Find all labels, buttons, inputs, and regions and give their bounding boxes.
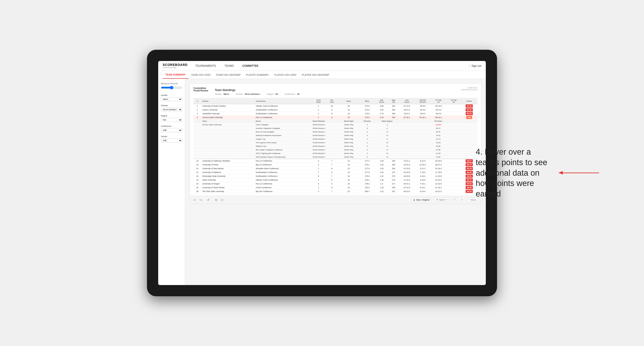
nav-tournaments[interactable]: TOURNAMENTS — [194, 64, 217, 67]
settings-icon[interactable]: ⊙ — [221, 198, 224, 202]
filter-division-value: NCAA Division I — [245, 93, 260, 95]
nav-committee[interactable]: COMMITTEE — [242, 64, 260, 67]
arrow-line — [559, 173, 599, 173]
nav-items: TOURNAMENTS TEAMS COMMITTEE — [194, 64, 469, 67]
col-vs-top50: Vs Top50 — [446, 98, 461, 104]
subnav-player-h2h-grid[interactable]: PLAYER H2H GRID — [272, 71, 299, 79]
cell-points[interactable]: 93.31 — [461, 108, 478, 112]
cell-conf-rank: 1 — [312, 108, 325, 112]
cell-conference: Atlantic Coast Conference — [255, 104, 312, 108]
nav-teams[interactable]: TEAMS — [224, 64, 235, 67]
filter-division: Division: NCAA Division I — [236, 93, 260, 95]
gender-select[interactable]: Men's Women's — [161, 97, 182, 101]
cell-vs-top25: 50-10-0 — [430, 104, 446, 108]
redo-icon[interactable]: ↪ — [200, 198, 202, 202]
conference-select[interactable]: (All) — [161, 128, 182, 132]
table-row: 22 Mississippi State University Southeas… — [194, 174, 478, 178]
tooltip-data-row: National Invitational Tournament NCAA Di… — [194, 134, 478, 137]
subnav-team-summary[interactable]: TEAM SUMMARY — [163, 71, 188, 79]
cell-conf-rank: 1 — [312, 116, 325, 119]
watch-label: Watch — [439, 199, 445, 201]
col-overall: OverallRecord — [415, 98, 430, 104]
cell-points[interactable]: 80.20 — [461, 112, 478, 116]
table-row-highlighted: 4 Arizona State University Pac-12 Confer… — [194, 116, 478, 119]
table-row: 24 University of Oregon Pac-12 Conferenc… — [194, 182, 478, 186]
cell-school: Vanderbilt University — [201, 112, 255, 116]
cell-avg-sg: 269 — [388, 112, 399, 116]
cell-no-tour: 8 — [325, 112, 338, 116]
copy-icon[interactable]: ⊞ — [215, 198, 217, 201]
subnav-team-h2h-grid[interactable]: TEAM H2H GRID — [188, 71, 213, 79]
cell-no-tour: 9 — [325, 108, 338, 112]
feedback-button[interactable]: 🗩 — [452, 198, 457, 202]
cell-conf-rank: 1 — [312, 104, 325, 108]
tt-team: Arizona State University — [201, 123, 255, 127]
view-original-button[interactable]: ◉ View: Original — [412, 198, 431, 202]
tablet-screen: SCOREBOARD Powered by clipp TOURNAMENTS … — [158, 61, 486, 285]
cell-points[interactable]: 97.02 — [461, 104, 478, 108]
refresh-icon[interactable]: ↺ — [207, 198, 210, 202]
sign-out-button[interactable]: Sign out — [472, 64, 481, 67]
tooltip-data-row: Arizona State University Cabo Collegiate… — [194, 123, 478, 127]
min-rounds-label: Minimum Rounds — [161, 82, 182, 85]
subnav-player-h2h-heatmap[interactable]: PLAYER H2H HEATMAP — [299, 71, 332, 79]
table-row: 25 University of North Florida ASUN Conf… — [194, 186, 478, 189]
subnav-player-summary[interactable]: PLAYER SUMMARY — [244, 71, 272, 79]
logo-area: SCOREBOARD Powered by clipp — [163, 63, 188, 69]
tt-event-division: NCAA Division I — [312, 123, 338, 127]
tooltip-data-row: Amer Ari Intercollegiate NCAA Division I… — [194, 130, 478, 134]
tt-event: Southern Highlands Collegiate — [255, 127, 312, 130]
sidebar-school: School (All) — [161, 135, 182, 143]
table-wrapper: # School Conference ConfRank NoTour Rnds… — [194, 98, 478, 193]
tt-event-type: Stroke Play — [338, 123, 359, 127]
cell-rnds: 22 — [338, 116, 359, 119]
table-row: 3 Vanderbilt University Southeastern Con… — [194, 112, 478, 116]
cell-low-score: 63-5-0 — [399, 112, 415, 116]
tt-rank-impact: -1 — [375, 123, 399, 127]
region-select[interactable]: N/A — [161, 118, 182, 122]
cell-conference: Pac-12 Conference — [255, 116, 312, 119]
school-select[interactable]: (All) — [161, 139, 182, 143]
resize-icon[interactable]: ⤢ — [461, 198, 463, 201]
cell-wins: 272.6 — [359, 112, 375, 116]
undo-icon[interactable]: ↩ — [194, 198, 196, 202]
arrowhead — [559, 171, 563, 174]
cell-adj-score: 2.86 — [375, 104, 388, 108]
col-wins: Wins — [359, 98, 375, 104]
cell-avg-sg: 265 — [388, 116, 399, 119]
cell-overall: 29-5-0 — [415, 112, 430, 116]
sub-nav: TEAM SUMMARY TEAM H2H GRID TEAM H2H HEAT… — [158, 71, 486, 79]
filter-division-label: Division: — [236, 93, 244, 95]
cell-school: University of North Carolina — [201, 104, 255, 108]
watch-chevron-icon: ▾ — [446, 199, 447, 201]
table-row: 19 University of Texas Big 12 Conference… — [194, 163, 478, 167]
min-rounds-input[interactable] — [161, 85, 182, 90]
cell-rank: 3 — [194, 112, 201, 116]
table-row: 20 University of New Mexico Mountain Wes… — [194, 167, 478, 171]
tt-w-points-header: W Points — [399, 119, 478, 123]
report-header: Committee Portal Review Team Standings G… — [190, 84, 481, 98]
col-low-score: LowScore — [399, 98, 415, 104]
subnav-team-h2h-heatmap[interactable]: TEAM H2H HEATMAP — [213, 71, 244, 79]
cell-conf-rank: 2 — [312, 112, 325, 116]
app-title: SCOREBOARD — [163, 63, 188, 67]
col-adj-score: Adj.Score — [375, 98, 388, 104]
tt-event-type: Stroke Play — [338, 127, 359, 130]
points-badge[interactable]: 93.31 — [466, 108, 472, 111]
tooltip-data-row: Copper Cup NCAA Division I Match Play 2 … — [194, 137, 478, 141]
filter-conference-label: Conference: — [284, 93, 296, 95]
cell-vs-top50 — [446, 112, 461, 116]
bottom-toolbar: ↩ ↪ ↺ ⊞ ⊙ ◉ View: Original 👁 Watch — [190, 196, 481, 204]
points-badge[interactable]: 80.20 — [466, 112, 472, 115]
division-select[interactable]: NCAA Division I — [161, 108, 182, 112]
filter-conference: Conference: All — [284, 93, 300, 95]
cell-points[interactable]: 78.5 — [461, 116, 478, 119]
points-badge-highlighted[interactable]: 78.5 — [466, 116, 472, 119]
cell-wins: 272.0 — [359, 104, 375, 108]
points-badge[interactable]: 97.02 — [466, 104, 472, 108]
cell-adj-score: 2.73 — [375, 112, 388, 116]
tooltip-data-row: Williams Cup NCAA Division I Stroke Play… — [194, 145, 478, 148]
sidebar: Minimum Rounds Gender Men's Women's Divi… — [158, 79, 185, 285]
watch-button[interactable]: 👁 Watch ▾ — [435, 198, 448, 202]
filter-gender: Gender: Men's — [215, 93, 229, 95]
